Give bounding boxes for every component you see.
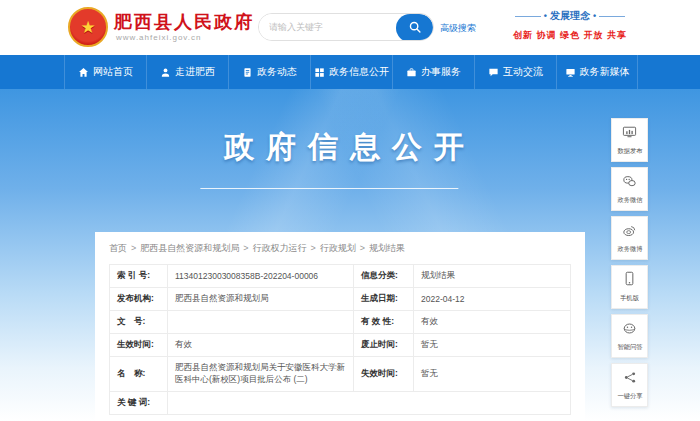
quick-item-data-release[interactable]: 数据发布 — [611, 118, 648, 162]
breadcrumb: 首页>肥西县自然资源和规划局>行政权力运行>行政规划>规划结果 — [109, 242, 571, 255]
meta-value-publisher: 肥西县自然资源和规划局 — [168, 288, 354, 310]
data-chart-icon — [622, 125, 637, 143]
meta-label-date: 生成日期: — [354, 288, 414, 310]
breadcrumb-home[interactable]: 首页 — [109, 243, 127, 253]
meta-value-title: 肥西县自然资源和规划局关于安徽医科大学新医科中心(新校区)项目批后公布 (二) — [168, 357, 354, 391]
meta-label-abolish-time: 废止时间: — [354, 334, 414, 356]
nav-item-info-disclosure[interactable]: 政务信息公开 — [310, 55, 392, 89]
concept-slogan: 创新 协调 绿色 开放 共享 — [505, 29, 635, 42]
breadcrumb-admin-power[interactable]: 行政权力运行 — [253, 243, 307, 253]
meta-value-keywords — [168, 392, 570, 414]
meta-value-doc-number — [168, 311, 354, 333]
share-icon — [623, 370, 637, 388]
nav-label: 政务动态 — [257, 65, 297, 79]
nav-item-about[interactable]: 走进肥西 — [146, 55, 228, 89]
nav-item-news[interactable]: 政务动态 — [228, 55, 310, 89]
meta-label-effective-time: 生效时间: — [110, 334, 168, 356]
quick-label: 智能问答 — [617, 342, 642, 351]
nav-item-home[interactable]: 网站首页 — [64, 55, 146, 89]
meta-label-title: 名 称: — [110, 357, 168, 391]
meta-label-doc-number: 文 号: — [110, 311, 168, 333]
site-url: www.ahfeixi.gov.cn — [116, 33, 201, 42]
table-row: 文 号: 有 效 性: 有效 — [110, 311, 570, 334]
meta-value-date: 2022-04-12 — [414, 288, 570, 310]
content-card: 首页>肥西县自然资源和规划局>行政权力运行>行政规划>规划结果 索 引 号: 1… — [95, 232, 585, 421]
breadcrumb-separator: > — [131, 243, 136, 253]
site-title: 肥西县人民政府 — [114, 10, 254, 34]
media-icon — [565, 67, 576, 78]
quick-access-bar: 数据发布 政务微信 政务微博 手机版 智能问答 一键分享 — [611, 118, 648, 407]
weibo-icon — [622, 223, 637, 241]
meta-label-keywords: 关 键 词: — [110, 392, 168, 414]
quick-label: 政务微信 — [617, 195, 642, 204]
quick-item-mobile[interactable]: 手机版 — [611, 265, 648, 309]
meta-label-publisher: 发布机构: — [110, 288, 168, 310]
meta-label-category: 信息分类: — [354, 265, 414, 287]
phone-icon — [623, 271, 636, 290]
main-nav: 网站首页 走进肥西 政务动态 政务信息公开 办事服务 互动交流 政务新媒体 — [0, 55, 700, 89]
advanced-search-link[interactable]: 高级搜索 — [440, 22, 476, 35]
breadcrumb-current: 规划结果 — [369, 243, 405, 253]
meta-label-expire-time: 失效时间: — [354, 357, 414, 391]
decor-line-left — [515, 16, 541, 17]
quick-label: 手机版 — [620, 294, 639, 303]
nav-item-services[interactable]: 办事服务 — [392, 55, 474, 89]
nav-label: 政务信息公开 — [329, 65, 389, 79]
grid-icon — [314, 67, 325, 78]
top-header: ★ 肥西县人民政府 www.ahfeixi.gov.cn 高级搜索 • 发展理念… — [0, 0, 700, 55]
emblem-star-icon: ★ — [80, 19, 95, 36]
person-icon — [160, 67, 171, 78]
wechat-icon — [622, 174, 637, 192]
banner-underline — [200, 188, 458, 189]
decor-line-right — [599, 16, 625, 17]
quick-item-wechat[interactable]: 政务微信 — [611, 167, 648, 211]
robot-icon — [622, 321, 637, 339]
decor-dot-left: • — [544, 12, 547, 21]
home-icon — [78, 67, 89, 78]
concept-title-text: 发展理念 — [550, 9, 590, 23]
document-meta-table: 索 引 号: 11340123003008358B-202204-00006 信… — [109, 264, 571, 415]
breadcrumb-separator: > — [243, 243, 248, 253]
table-row: 关 键 词: — [110, 392, 570, 415]
decor-dot-right: • — [593, 12, 596, 21]
quick-item-weibo[interactable]: 政务微博 — [611, 216, 648, 260]
nav-label: 政务新媒体 — [580, 65, 630, 79]
banner-title: 政府信息公开 — [0, 127, 700, 168]
briefcase-icon — [406, 67, 417, 78]
quick-item-share[interactable]: 一键分享 — [611, 363, 648, 407]
table-row: 生效时间: 有效 废止时间: 暂无 — [110, 334, 570, 357]
search-bar — [258, 13, 434, 41]
page: ★ 肥西县人民政府 www.ahfeixi.gov.cn 高级搜索 • 发展理念… — [0, 0, 700, 421]
quick-item-smart-qa[interactable]: 智能问答 — [611, 314, 648, 358]
meta-label-validity: 有 效 性: — [354, 311, 414, 333]
quick-label: 政务微博 — [617, 244, 642, 253]
nav-item-new-media[interactable]: 政务新媒体 — [556, 55, 638, 89]
breadcrumb-separator: > — [311, 243, 316, 253]
national-emblem-logo: ★ — [68, 7, 108, 47]
meta-label-index: 索 引 号: — [110, 265, 168, 287]
meta-value-index: 11340123003008358B-202204-00006 — [168, 265, 354, 287]
search-button[interactable] — [396, 14, 433, 41]
table-row: 索 引 号: 11340123003008358B-202204-00006 信… — [110, 265, 570, 288]
news-icon — [242, 67, 253, 78]
nav-label: 走进肥西 — [175, 65, 215, 79]
meta-value-abolish-time: 暂无 — [414, 334, 570, 356]
quick-label: 一键分享 — [617, 391, 642, 400]
breadcrumb-separator: > — [360, 243, 365, 253]
nav-item-interaction[interactable]: 互动交流 — [474, 55, 556, 89]
table-row: 发布机构: 肥西县自然资源和规划局 生成日期: 2022-04-12 — [110, 288, 570, 311]
quick-label: 数据发布 — [617, 146, 642, 155]
nav-label: 互动交流 — [503, 65, 543, 79]
meta-value-validity: 有效 — [414, 311, 570, 333]
meta-value-category: 规划结果 — [414, 265, 570, 287]
chat-icon — [488, 67, 499, 78]
search-input[interactable] — [259, 14, 396, 40]
table-row: 名 称: 肥西县自然资源和规划局关于安徽医科大学新医科中心(新校区)项目批后公布… — [110, 357, 570, 392]
meta-value-effective-time: 有效 — [168, 334, 354, 356]
nav-label: 网站首页 — [93, 65, 133, 79]
breadcrumb-admin-planning[interactable]: 行政规划 — [320, 243, 356, 253]
meta-value-expire-time: 暂无 — [414, 357, 570, 391]
nav-label: 办事服务 — [421, 65, 461, 79]
search-icon — [408, 20, 422, 37]
breadcrumb-bureau[interactable]: 肥西县自然资源和规划局 — [140, 243, 239, 253]
